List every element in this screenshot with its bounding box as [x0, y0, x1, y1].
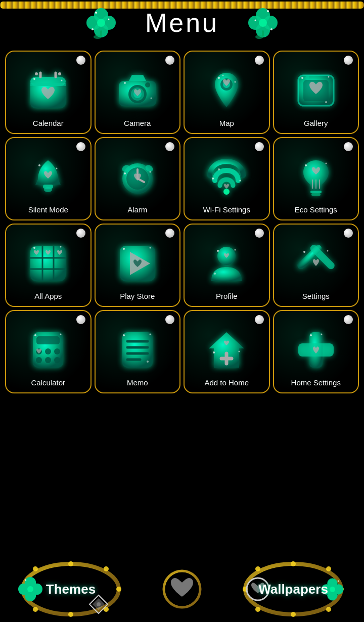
pearl-dot	[255, 142, 264, 151]
svg-point-50	[38, 164, 40, 166]
svg-point-27	[33, 78, 35, 80]
icon-area	[291, 325, 341, 375]
svg-point-115	[310, 334, 312, 336]
app-item-alarm[interactable]: Alarm	[95, 137, 181, 220]
app-item-eco-settings[interactable]: Eco Settings	[273, 137, 359, 220]
icon-area	[201, 65, 252, 116]
icon-area	[112, 152, 163, 202]
page-title: Menu	[145, 8, 219, 38]
svg-point-106	[149, 334, 151, 335]
icon-area	[112, 325, 163, 375]
themes-label: Themes	[46, 582, 96, 597]
svg-point-44	[305, 76, 309, 80]
pearl-dot	[76, 315, 85, 324]
app-item-map[interactable]: Map	[184, 51, 270, 134]
pearl-dot	[76, 56, 85, 65]
clover-right-icon	[245, 5, 281, 40]
svg-point-95	[36, 357, 42, 363]
svg-point-63	[218, 168, 220, 170]
app-item-play-store[interactable]: Play Store	[95, 224, 181, 307]
center-heart-decoration	[162, 569, 202, 609]
svg-point-51	[56, 168, 58, 169]
app-item-gallery[interactable]: Gallery	[273, 51, 359, 134]
calendar-icon	[25, 68, 71, 113]
app-item-profile[interactable]: Profile	[184, 224, 270, 307]
svg-point-69	[305, 164, 307, 166]
app-item-camera[interactable]: Camera	[95, 51, 181, 134]
app-label-all-apps: All Apps	[34, 292, 62, 301]
svg-point-142	[326, 607, 331, 612]
app-item-memo[interactable]: Memo	[95, 310, 181, 393]
map-icon	[204, 68, 249, 113]
wallpapers-button[interactable]: Wallpapers	[243, 561, 344, 617]
svg-point-17	[267, 10, 269, 12]
app-label-add-to-home: Add to Home	[204, 378, 249, 387]
svg-rect-65	[311, 193, 321, 196]
app-item-calculator[interactable]: Calculator	[5, 310, 92, 393]
svg-point-38	[218, 77, 220, 79]
app-label-profile: Profile	[216, 292, 238, 301]
svg-point-85	[214, 273, 216, 275]
svg-rect-22	[30, 83, 66, 86]
svg-point-98	[34, 334, 36, 336]
app-item-wifi-settings[interactable]: Wi-Fi Settings	[184, 137, 270, 220]
svg-point-140	[326, 566, 331, 571]
app-label-eco-settings: Eco Settings	[295, 205, 337, 214]
silent-mode-icon	[25, 154, 71, 200]
svg-point-18	[255, 20, 256, 21]
app-label-wifi-settings: Wi-Fi Settings	[203, 205, 250, 214]
svg-point-46	[328, 76, 329, 78]
svg-point-150	[330, 587, 335, 592]
svg-point-122	[116, 587, 121, 592]
profile-icon	[204, 241, 249, 286]
wifi-icon	[204, 154, 249, 200]
svg-point-70	[325, 163, 327, 164]
svg-point-83	[217, 250, 219, 252]
svg-point-58	[124, 172, 126, 174]
calculator-icon	[25, 327, 71, 373]
wallpapers-label: Wallpapers	[258, 582, 328, 597]
pearl-dot	[255, 56, 264, 65]
icon-area	[201, 325, 252, 375]
svg-point-14	[259, 19, 267, 27]
icon-area	[291, 152, 341, 202]
svg-point-19	[270, 28, 272, 30]
svg-point-93	[45, 348, 51, 354]
app-item-add-to-home[interactable]: Add to Home	[184, 310, 270, 393]
settings-icon	[293, 241, 339, 286]
svg-point-94	[54, 348, 60, 354]
app-label-settings: Settings	[302, 292, 330, 301]
svg-point-112	[239, 351, 240, 352]
svg-point-130	[27, 586, 33, 592]
app-item-home-settings[interactable]: Home Settings	[273, 310, 359, 393]
svg-point-28	[61, 80, 63, 81]
pearl-dot	[165, 229, 174, 238]
app-label-map: Map	[219, 119, 234, 128]
pearl-dot	[255, 315, 264, 324]
svg-point-107	[147, 361, 149, 363]
svg-point-77	[60, 246, 62, 248]
alarm-icon	[115, 154, 160, 200]
svg-point-8	[108, 19, 110, 20]
gallery-icon	[293, 68, 339, 113]
app-item-settings[interactable]: Settings	[273, 224, 359, 307]
app-item-calendar[interactable]: Calendar	[5, 51, 92, 134]
svg-point-59	[149, 171, 151, 173]
svg-point-7	[95, 12, 97, 14]
themes-button[interactable]: Themes	[20, 561, 121, 617]
pearl-dot	[165, 56, 174, 65]
clover-bottom-left	[15, 574, 46, 604]
svg-point-124	[68, 612, 73, 617]
app-item-all-apps[interactable]: All Apps	[5, 224, 92, 307]
header: Menu	[0, 0, 364, 46]
svg-point-35	[150, 98, 152, 99]
svg-point-125	[33, 607, 38, 612]
app-item-silent-mode[interactable]: Silent Mode	[5, 137, 92, 220]
svg-point-105	[123, 334, 125, 336]
svg-point-144	[255, 607, 260, 612]
svg-point-62	[240, 180, 241, 182]
svg-point-139	[291, 561, 296, 566]
svg-point-121	[104, 566, 109, 571]
svg-point-89	[327, 250, 328, 252]
pearl-dot	[165, 315, 174, 324]
